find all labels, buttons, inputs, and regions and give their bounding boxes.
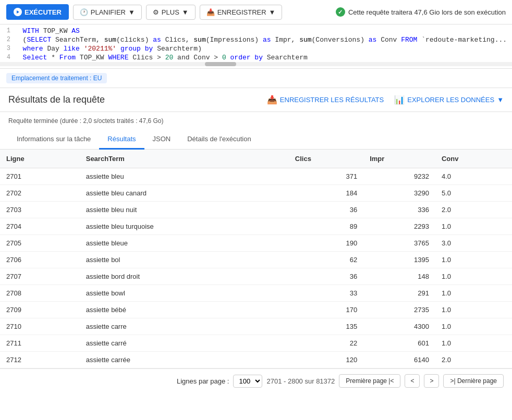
cell-clics: 371 (289, 168, 363, 185)
rows-per-page-select[interactable]: 100 50 25 (233, 375, 262, 388)
cell-conv: 1.0 (435, 268, 512, 285)
results-table-wrap: Ligne SearchTerm Clics Impr Conv 2701 as… (0, 150, 512, 368)
save-results-button[interactable]: 📥 ENREGISTRER LES RÉSULTATS (267, 95, 384, 105)
explore-chevron-icon: ▼ (497, 96, 504, 104)
table-row: 2707 assiette bord droit 36 148 1.0 (0, 268, 512, 285)
table-row: 2712 assiette carrée 120 6140 2.0 (0, 352, 512, 368)
table-row: 2706 assiette bol 62 1395 1.0 (0, 252, 512, 268)
code-text-1: WITH TOP_KW AS (15, 27, 80, 35)
save-label: ENREGISTRER (217, 8, 266, 16)
table-row: 2702 assiette bleu canard 184 3290 5.0 (0, 185, 512, 202)
plan-button[interactable]: 🕐 PLANIFIER ▼ (73, 5, 142, 20)
table-row: 2701 assiette bleu 371 9232 4.0 (0, 168, 512, 185)
last-page-button[interactable]: >| Dernière page (443, 374, 504, 388)
cell-impr: 2735 (363, 302, 435, 318)
code-editor[interactable]: 1 WITH TOP_KW AS 2 (SELECT SearchTerm, s… (0, 24, 512, 69)
results-header: Résultats de la requête 📥 ENREGISTRER LE… (0, 88, 512, 112)
tab-json[interactable]: JSON (144, 130, 179, 150)
cell-clics: 170 (289, 302, 363, 318)
explore-data-button[interactable]: 📊 EXPLORER LES DONNÉES ▼ (394, 95, 504, 105)
scrollbar-thumb[interactable] (205, 62, 236, 66)
tab-info[interactable]: Informations sur la tâche (8, 130, 99, 150)
line-number-1: 1 (0, 27, 15, 34)
execute-label: EXÉCUTER (25, 8, 62, 16)
plan-chevron-icon: ▼ (128, 8, 135, 16)
cell-conv: 3.0 (435, 235, 512, 252)
line-number-2: 2 (0, 36, 15, 43)
tab-results[interactable]: Résultats (99, 130, 144, 150)
tab-execution-label: Détails de l'exécution (187, 135, 251, 143)
more-label: PLUS (162, 8, 179, 16)
more-chevron-icon: ▼ (182, 8, 189, 16)
col-header-conv: Conv (435, 150, 512, 168)
cell-ligne: 2703 (0, 202, 80, 218)
results-tabs: Informations sur la tâche Résultats JSON… (0, 130, 512, 150)
first-page-button[interactable]: Première page |< (339, 374, 400, 388)
plan-label: PLANIFIER (91, 8, 126, 16)
results-actions: 📥 ENREGISTRER LES RÉSULTATS 📊 EXPLORER L… (267, 95, 504, 105)
cell-clics: 33 (289, 285, 363, 302)
cell-searchterm: assiette bleue (80, 235, 289, 252)
cell-impr: 1395 (363, 252, 435, 268)
play-icon (14, 8, 22, 16)
cell-searchterm: assiette carré (80, 335, 289, 352)
cell-ligne: 2704 (0, 218, 80, 235)
cell-conv: 1.0 (435, 302, 512, 318)
cell-searchterm: assiette bowl (80, 285, 289, 302)
prev-page-button[interactable]: < (405, 374, 420, 388)
table-row: 2710 assiette carre 135 4300 1.0 (0, 318, 512, 335)
cell-impr: 601 (363, 335, 435, 352)
toolbar: EXÉCUTER 🕐 PLANIFIER ▼ ⚙ PLUS ▼ 📥 ENREGI… (0, 0, 512, 24)
cell-ligne: 2701 (0, 168, 80, 185)
cell-ligne: 2711 (0, 335, 80, 352)
cell-searchterm: assiette carre (80, 318, 289, 335)
clock-icon: 🕐 (80, 8, 88, 16)
save-results-label: ENREGISTRER LES RÉSULTATS (280, 96, 384, 104)
cell-clics: 36 (289, 268, 363, 285)
cell-ligne: 2710 (0, 318, 80, 335)
cell-clics: 184 (289, 185, 363, 202)
horizontal-scrollbar[interactable] (0, 62, 512, 66)
table-row: 2704 assiette bleu turquoise 89 2293 1.0 (0, 218, 512, 235)
tab-execution[interactable]: Détails de l'exécution (179, 130, 259, 150)
save-button[interactable]: 📥 ENREGISTRER ▼ (200, 5, 283, 20)
save-icon: 📥 (206, 8, 215, 16)
line-number-4: 4 (0, 54, 15, 61)
cell-conv: 1.0 (435, 318, 512, 335)
cell-impr: 3290 (363, 185, 435, 202)
table-row: 2708 assiette bowl 33 291 1.0 (0, 285, 512, 302)
cell-clics: 36 (289, 202, 363, 218)
cell-clics: 190 (289, 235, 363, 252)
cell-impr: 6140 (363, 352, 435, 368)
tab-json-label: JSON (153, 135, 171, 143)
cell-ligne: 2709 (0, 302, 80, 318)
code-text-3: where Day like '20211%' group by Searcht… (15, 45, 202, 53)
status-message: Cette requête traitera 47,6 Gio lors de … (348, 8, 506, 16)
cell-searchterm: assiette bleu turquoise (80, 218, 289, 235)
cell-impr: 4300 (363, 318, 435, 335)
line-number-3: 3 (0, 45, 15, 52)
explore-label: EXPLORER LES DONNÉES (407, 96, 494, 104)
cell-clics: 120 (289, 352, 363, 368)
next-page-button[interactable]: > (424, 374, 439, 388)
more-button[interactable]: ⚙ PLUS ▼ (146, 5, 196, 20)
cell-conv: 2.0 (435, 202, 512, 218)
cell-clics: 62 (289, 252, 363, 268)
location-bar: Emplacement de traitement : EU (0, 69, 512, 88)
save-chevron-icon: ▼ (269, 8, 276, 16)
cell-conv: 2.0 (435, 352, 512, 368)
cell-ligne: 2702 (0, 185, 80, 202)
cell-impr: 9232 (363, 168, 435, 185)
table-row: 2705 assiette bleue 190 3765 3.0 (0, 235, 512, 252)
cell-impr: 291 (363, 285, 435, 302)
gear-icon: ⚙ (153, 8, 159, 16)
download-icon: 📥 (267, 95, 277, 105)
status-check-icon: ✓ (336, 7, 345, 17)
cell-conv: 1.0 (435, 218, 512, 235)
toolbar-status: ✓ Cette requête traitera 47,6 Gio lors d… (336, 7, 506, 17)
col-header-clics: Clics (289, 150, 363, 168)
col-header-searchterm: SearchTerm (80, 150, 289, 168)
cell-searchterm: assiette carrée (80, 352, 289, 368)
tab-results-label: Résultats (107, 135, 136, 143)
execute-button[interactable]: EXÉCUTER (6, 4, 69, 20)
